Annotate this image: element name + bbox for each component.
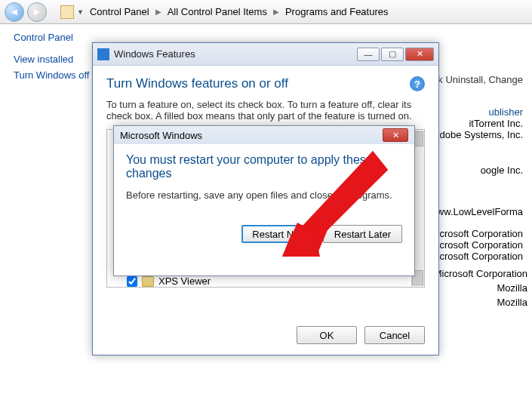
folder-icon [142, 276, 154, 287]
restart-later-button[interactable]: Restart Later [323, 225, 402, 243]
feature-checkbox[interactable] [127, 276, 137, 287]
sidebar-heading: Control Panel [14, 32, 113, 43]
feature-label: XPS Viewer [158, 275, 211, 287]
dialog-title: Windows Features [114, 48, 355, 60]
crumb-programs[interactable]: Programs and Features [282, 5, 392, 19]
crumb-control-panel[interactable]: Control Panel [87, 5, 152, 19]
program-publisher: Mozilla [497, 297, 527, 308]
cancel-button[interactable]: Cancel [364, 326, 425, 344]
restart-body: Before restarting, save any open files a… [126, 189, 402, 201]
program-publisher: Mozilla [497, 282, 527, 294]
control-panel-icon [60, 5, 74, 19]
dropdown-icon[interactable]: ▼ [77, 8, 84, 16]
close-button[interactable]: ✕ [405, 48, 434, 61]
features-heading: Turn Windows features on or off [106, 76, 425, 91]
crumb-all-items[interactable]: All Control Panel Items [165, 5, 270, 19]
close-button[interactable]: ✕ [383, 128, 408, 142]
program-publisher: Microsoft Corporation [434, 268, 527, 279]
breadcrumb: Control Panel▶ All Control Panel Items▶ … [87, 5, 392, 19]
restart-title: Microsoft Windows [120, 130, 383, 141]
title-bar[interactable]: Windows Features — ▢ ✕ [93, 43, 438, 66]
back-button[interactable]: ◄ [5, 2, 24, 22]
features-icon [97, 48, 109, 60]
features-description: To turn a feature on, select its check b… [106, 99, 425, 122]
restart-now-button[interactable]: Restart Now [241, 225, 317, 243]
address-bar: ◄ ► ▼ Control Panel▶ All Control Panel I… [0, 0, 532, 24]
help-icon[interactable]: ? [410, 76, 425, 91]
restart-dialog: Microsoft Windows ✕ You must restart you… [113, 125, 415, 276]
restart-heading: You must restart your computer to apply … [126, 153, 402, 180]
ok-button[interactable]: OK [297, 326, 357, 344]
forward-button[interactable]: ► [27, 2, 47, 22]
restart-title-bar[interactable]: Microsoft Windows ✕ [114, 126, 414, 144]
maximize-button[interactable]: ▢ [381, 48, 404, 61]
minimize-button[interactable]: — [357, 48, 380, 61]
